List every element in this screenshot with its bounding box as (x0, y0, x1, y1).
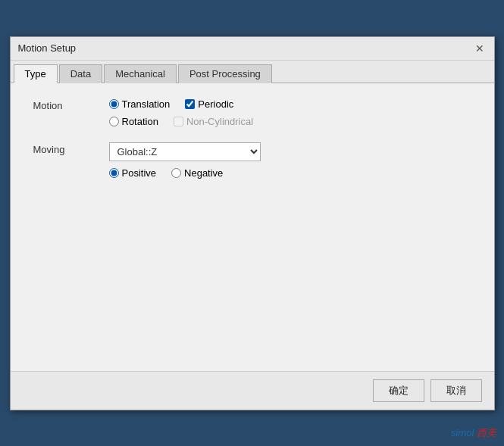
negative-radio[interactable] (171, 168, 181, 178)
positive-option[interactable]: Positive (109, 167, 157, 179)
translation-radio[interactable] (109, 99, 119, 109)
negative-label: Negative (184, 167, 223, 179)
rotation-option[interactable]: Rotation (109, 116, 158, 127)
translation-label: Translation (122, 98, 171, 110)
motion-label: Motion (33, 98, 109, 111)
positive-radio[interactable] (109, 168, 119, 178)
moving-dropdown-row: Global::Z Global::X Global::Y (109, 142, 261, 161)
non-cylindrical-label: Non-Cylindrical (186, 116, 253, 127)
close-button[interactable]: ✕ (473, 42, 487, 55)
periodic-label: Periodic (198, 98, 233, 110)
translation-option[interactable]: Translation (109, 98, 171, 110)
moving-dropdown[interactable]: Global::Z Global::X Global::Y (109, 142, 261, 161)
non-cylindrical-option: Non-Cylindrical (174, 116, 253, 127)
tab-post-processing[interactable]: Post Processing (178, 64, 272, 83)
title-bar: Motion Setup ✕ (11, 37, 494, 61)
tab-mechanical[interactable]: Mechanical (104, 64, 177, 83)
simol-text: simol (451, 427, 474, 438)
ok-button[interactable]: 确定 (373, 379, 424, 402)
negative-option[interactable]: Negative (171, 167, 223, 179)
watermark: simol 西美 (451, 426, 496, 440)
motion-first-row: Translation Periodic (109, 98, 254, 110)
moving-label: Moving (33, 142, 109, 155)
direction-row: Positive Negative (109, 167, 261, 179)
motion-second-row: Rotation Non-Cylindrical (109, 116, 254, 127)
non-cylindrical-checkbox (174, 117, 183, 126)
rotation-label: Rotation (122, 116, 158, 127)
motion-controls: Translation Periodic Rotation Non-Cylind… (109, 98, 254, 127)
periodic-checkbox[interactable] (185, 99, 195, 109)
moving-row: Moving Global::Z Global::X Global::Y Pos… (33, 142, 471, 179)
dialog-title: Motion Setup (18, 42, 77, 54)
tab-data[interactable]: Data (59, 64, 102, 83)
periodic-option[interactable]: Periodic (185, 98, 233, 110)
xi-text: 西美 (477, 427, 496, 438)
motion-row: Motion Translation Periodic Rotation (33, 98, 471, 127)
motion-setup-dialog: Motion Setup ✕ Type Data Mechanical Post… (10, 36, 495, 410)
positive-label: Positive (122, 167, 157, 179)
tab-content: Motion Translation Periodic Rotation (11, 83, 494, 371)
cancel-button[interactable]: 取消 (430, 379, 482, 402)
tab-bar: Type Data Mechanical Post Processing (11, 61, 494, 83)
tab-type[interactable]: Type (14, 64, 58, 83)
moving-controls: Global::Z Global::X Global::Y Positive N… (109, 142, 261, 179)
button-bar: 确定 取消 (11, 371, 494, 410)
rotation-radio[interactable] (109, 117, 119, 126)
